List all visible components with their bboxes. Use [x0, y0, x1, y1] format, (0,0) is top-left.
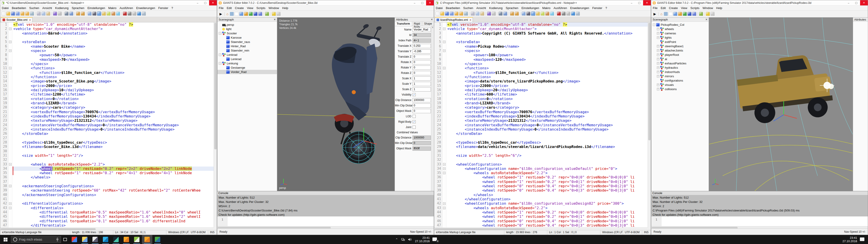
home-view-icon[interactable]: ⌂ [660, 12, 662, 16]
tab-transform[interactable]: Transform [395, 22, 412, 26]
code-line-15[interactable]: 15 <price>22000</price> [434, 84, 651, 88]
code-line-16[interactable]: 16 <dailyUpkeep>20</dailyUpkeep> [434, 88, 651, 92]
maximize-button[interactable]: ▢ [202, 0, 209, 6]
save-icon[interactable] [445, 12, 449, 16]
maximize-button[interactable]: ▢ [636, 0, 643, 6]
code-line-23[interactable]: 23 <textureMemoryUsage>21321312</texture… [434, 118, 651, 123]
tab-scooter-bike-xml[interactable]: Scooter_Bike.xml ✕ [1, 17, 33, 22]
code-line-1[interactable]: 1<?xml version="1.0" encoding="utf-8" st… [434, 22, 651, 27]
save-icon[interactable] [11, 12, 15, 16]
menu-kodierung[interactable]: Kodierung [488, 6, 504, 10]
menu-window[interactable]: Window [701, 6, 715, 10]
code-line-37[interactable]: 37 <wheel rotSpeed="1" restLoad="0.2" re… [434, 180, 651, 184]
close-button[interactable]: ✕ [860, 0, 868, 6]
expander-plus-icon[interactable]: + [657, 84, 659, 86]
network-icon[interactable] [401, 238, 405, 241]
expander-plus-icon[interactable]: + [657, 54, 659, 56]
menu-suchen[interactable]: Suchen [462, 6, 475, 10]
taskbar-file-explorer-icon[interactable] [80, 235, 90, 244]
fold-marker-icon[interactable]: − [8, 40, 12, 44]
action-center-button[interactable]: 4 [432, 237, 438, 242]
run-macro-multi-icon[interactable] [137, 12, 141, 16]
macro-save-icon[interactable] [576, 12, 580, 16]
taskbar-photo-app-icon[interactable] [152, 235, 163, 244]
redo-icon[interactable] [492, 12, 496, 16]
menu-create[interactable]: Create [667, 6, 679, 10]
code-line-38[interactable]: 38− <ackermannSteeringConfigurations> [0, 184, 217, 188]
clock[interactable]: 23:41 27.10.2016 [415, 236, 430, 243]
tree-item-scooter[interactable]: −Scooter [217, 31, 277, 35]
code-line-24[interactable]: 24 <instanceVertexBufferMemoryUsage>0</i… [434, 123, 651, 127]
doc-map-icon[interactable] [536, 12, 540, 16]
code-line-31[interactable]: 31 <size width="2.5" length="6"/> [434, 153, 651, 158]
new-scene-icon[interactable] [669, 12, 673, 16]
code-line-6[interactable]: 6 <name>Scooter Bike</name> [0, 44, 217, 49]
code-line-32[interactable]: 32 [434, 158, 651, 162]
rotate-y-input[interactable]: 0 [412, 65, 431, 70]
code-line-44[interactable]: 44 <differential torqueRatio="0.5" maxSp… [0, 210, 217, 214]
menu-bearbeiten[interactable]: Bearbeiten [444, 6, 462, 10]
copy-icon[interactable] [475, 12, 479, 16]
menu-?[interactable]: ? [604, 6, 609, 10]
menu-makro[interactable]: Makro [541, 6, 552, 10]
tree-item-configurations[interactable]: −configurations [651, 79, 709, 83]
tree-item-lenkrad[interactable]: −Lenkrad [217, 53, 277, 57]
tree-item-mirrors[interactable]: +mirrors [651, 74, 709, 79]
zoom-out-icon[interactable] [515, 12, 519, 16]
edit-icon[interactable] [678, 12, 682, 16]
tree-item-vorder_rad[interactable]: −Vorder_Rad [217, 70, 277, 74]
fold-marker-icon[interactable]: − [8, 201, 12, 206]
code-line-47[interactable]: 47 </differentials> [0, 223, 217, 227]
tree-item-playerroot[interactable]: +playerRoot [651, 53, 709, 57]
tree-item-gestaenge[interactable]: −Gestaenge [217, 65, 277, 70]
code-line-36[interactable]: 36 </wheels> [0, 175, 217, 179]
fold-marker-icon[interactable]: − [8, 49, 12, 53]
code-line-27[interactable]: 27 [434, 136, 651, 140]
code-line-29[interactable]: 29 <filename>Scooter_Bike.i3d</filename> [0, 145, 217, 149]
undo-icon[interactable] [53, 12, 57, 16]
tree-item-staender_raus[interactable]: −Staender_raus [217, 40, 277, 44]
play-macro-icon[interactable] [132, 12, 136, 16]
redo-icon[interactable] [58, 12, 62, 16]
scale-y-input[interactable]: 1 [412, 82, 431, 86]
taskbar-chrome-icon[interactable] [69, 235, 80, 244]
viewport-3d-scooter[interactable]: Distance 1.776 Triangles 21.7k Vertices … [277, 18, 395, 191]
expander-plus-icon[interactable]: + [657, 71, 659, 73]
macro-save-icon[interactable] [142, 12, 146, 16]
code-line-17[interactable]: 17 <lifetime>600</lifetime> [434, 92, 651, 96]
menu-ausfhren[interactable]: Ausführen [552, 6, 568, 10]
indent-guide-icon[interactable] [97, 12, 101, 16]
code-line-26[interactable]: 26 </storeData> [434, 131, 651, 136]
code-line-13[interactable]: 13 </functions> [0, 75, 217, 79]
lod-checkbox[interactable] [412, 115, 416, 118]
code-line-22[interactable]: 22 <indexBufferMemoryUsage>130434</index… [434, 114, 651, 118]
name-input[interactable]: Vorder_Rad [412, 28, 431, 32]
code-line-43[interactable]: 43− <wheels autoRotateBackSpeed="2.2"> [434, 206, 651, 210]
tree-item-hinter_rad[interactable]: −Hinter_Rad [217, 44, 277, 48]
open-scene-icon[interactable] [239, 12, 243, 16]
tree-item-exhaustparticles[interactable]: +exhaustParticles [651, 61, 709, 65]
code-line-13[interactable]: 13 </functions> [434, 75, 651, 79]
script-editor[interactable]: 1 [217, 216, 434, 226]
close-button[interactable]: ✕ [209, 0, 217, 6]
tree-item-steeringbase1[interactable]: +steeringBase1 [651, 44, 709, 48]
menu-kodierung[interactable]: Kodierung [54, 6, 70, 10]
code-line-30[interactable]: 30 [0, 149, 217, 153]
code-line-2[interactable]: 2−<vehicle type="car_dynamicMountAttache… [0, 27, 217, 31]
save-all-icon[interactable] [16, 12, 20, 16]
menu-window[interactable]: Window [267, 6, 281, 10]
redo-icon[interactable] [277, 12, 281, 16]
code-line-20[interactable]: 20 <category>cars</category> [0, 105, 217, 110]
undo-icon[interactable] [706, 12, 710, 16]
menu-file[interactable]: File [651, 6, 659, 10]
folder-as-workspace-icon[interactable] [112, 12, 115, 16]
code-line-31[interactable]: 31 <size width="1" length="2"/> [0, 153, 217, 158]
code-line-40[interactable]: 40 </wheels> [434, 193, 651, 197]
zoom-in-icon[interactable] [510, 12, 514, 16]
copy-icon[interactable] [41, 12, 45, 16]
code-line-42[interactable]: 42− <wheelConfiguration name="$l10n_conf… [434, 201, 651, 206]
viewport-3d-pickup[interactable] [709, 18, 853, 191]
open-file-icon[interactable] [440, 12, 444, 16]
volume-icon[interactable] [408, 238, 412, 241]
titlebar[interactable]: *C:\Users\Bernd\Desktop\Scooter\Scooter_… [0, 0, 217, 6]
